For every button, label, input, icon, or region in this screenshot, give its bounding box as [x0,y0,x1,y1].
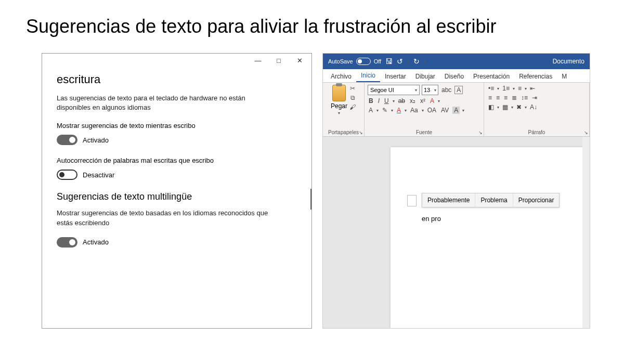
toggle-autocorrect[interactable] [57,170,77,180]
shading-paragraph-more-icon[interactable]: ▾ [497,105,499,110]
toggle-multilingual[interactable] [57,237,77,248]
suggestion-2[interactable]: Problema [475,193,513,207]
toggle-show-suggestions-label: Mostrar sugerencias de texto mientras es… [57,122,297,129]
paste-button[interactable]: Pegar ▾ [331,85,347,115]
word-titlebar: AutoSave Off 🖫 ↺ ▾ ↻ ▾ Documento [323,54,590,69]
sort-more-icon[interactable]: ▾ [525,105,527,110]
numbering-icon[interactable]: 1≡ [501,85,511,92]
vertical-scrollbar[interactable] [582,137,590,328]
font-dialog-launcher-icon[interactable]: ↘ [478,130,483,135]
undo-more-icon[interactable]: ▾ [407,59,409,64]
change-case-more-icon[interactable]: ▾ [422,108,424,113]
format-painter-icon[interactable]: 🖌 [349,103,356,111]
cut-icon[interactable]: ✂ [349,85,356,92]
multilevel-more-icon[interactable]: ▾ [525,86,527,91]
paste-label: Pegar [331,102,347,110]
close-button[interactable]: ✕ [292,57,307,64]
align-left-icon[interactable]: ≡ [487,94,493,101]
toggle-show-suggestions[interactable] [57,135,77,145]
highlight-more-icon[interactable]: ▾ [391,108,393,113]
font-size-select[interactable]: 13▾ [422,85,438,95]
settings-heading: escritura [57,73,297,86]
font-color-more-icon[interactable]: ▾ [405,108,407,113]
paste-more-icon[interactable]: ▾ [338,111,340,115]
numbering-more-icon[interactable]: ▾ [513,86,515,91]
line-spacing-icon[interactable]: ↕≡ [520,94,529,101]
tab-insertar[interactable]: Insertar [380,70,411,82]
tab-diseno[interactable]: Diseño [440,70,469,82]
undo-icon[interactable]: ↺ [397,57,403,66]
document-page[interactable]: Probablemente Problema Proporcionar en p… [391,147,590,328]
clipboard-icon [332,85,346,101]
copy-icon[interactable]: ⧉ [349,94,356,101]
shading-a-icon[interactable]: A [452,107,460,114]
clear-formatting-icon[interactable]: A [454,86,463,94]
autosave-switch-icon [356,58,371,65]
text-effects-icon[interactable]: A [429,97,435,105]
font-grow-more-icon[interactable]: ▾ [376,108,379,113]
bullets-icon[interactable]: •≡ [487,85,495,92]
save-icon[interactable]: 🖫 [385,57,393,66]
char-spacing-av[interactable]: AV [440,107,450,114]
paragraph-group-label: Párrafo [487,128,586,135]
underline-button[interactable]: U [383,97,390,105]
bullets-more-icon[interactable]: ▾ [497,86,499,91]
sort-icon[interactable]: ✖ [515,103,523,111]
toggle-multilingual-state: Activado [83,238,109,246]
decrease-indent-icon[interactable]: ⇤ [529,85,536,92]
superscript-button[interactable]: x² [419,97,426,105]
font-grow-icon[interactable]: A [368,107,374,114]
ribbon: Pegar ▾ ✂ ⧉ 🖌 Portapapeles ↘ [323,83,590,137]
show-marks-icon[interactable]: A↓ [529,103,538,111]
window-titlebar: — □ ✕ [42,54,311,68]
tab-inicio[interactable]: Inicio [356,69,380,82]
increase-indent-icon[interactable]: ⇥ [531,94,538,101]
font-family-select[interactable]: Segoe UI▾ [368,85,420,95]
align-center-icon[interactable]: ≡ [495,94,501,101]
highlight-icon[interactable]: ✎ [381,107,388,114]
italic-button[interactable]: I [377,97,381,105]
tab-more[interactable]: M [557,70,571,82]
qat-customize-icon[interactable]: ▾ [424,59,426,64]
tab-referencias[interactable]: Referencias [514,70,557,82]
multilevel-icon[interactable]: ≡ [517,85,523,92]
page-title: Sugerencias de texto para aliviar la fru… [0,0,624,43]
word-window: AutoSave Off 🖫 ↺ ▾ ↻ ▾ Documento Archivo… [322,53,590,329]
spellcheck-abc-icon[interactable]: abc [440,86,452,94]
document-area[interactable]: Probablemente Problema Proporcionar en p… [323,137,590,328]
settings-description-multilingual: Mostrar sugerencias de texto basadas en … [57,209,280,227]
underline-more-icon[interactable]: ▾ [393,99,395,103]
minimize-button[interactable]: — [250,57,266,64]
clipboard-group-label: Portapapeles [328,128,359,135]
chevron-down-icon: ▾ [415,88,417,93]
cursor-anchor-icon [407,195,417,206]
text-effects-more-icon[interactable]: ▾ [438,99,440,103]
shading-icon[interactable]: ◧ [487,103,495,111]
redo-icon[interactable]: ↻ [413,57,420,66]
toggle-autocorrect-state: Desactivar [83,171,114,179]
borders-more-icon[interactable]: ▾ [511,105,513,110]
paragraph-dialog-launcher-icon[interactable]: ↘ [584,130,588,135]
scrollbar-thumb[interactable] [310,189,311,210]
strikethrough-button[interactable]: ab [397,97,406,105]
autosave-label: AutoSave [328,58,353,64]
tab-archivo[interactable]: Archivo [326,70,356,82]
change-case-icon[interactable]: Aa [409,107,419,114]
settings-window: — □ ✕ escritura Las sugerencias de texto… [42,53,312,329]
font-color-icon[interactable]: A [396,107,402,114]
bold-button[interactable]: B [368,97,374,105]
tab-presentacion[interactable]: Presentación [469,70,514,82]
shading-more-icon[interactable]: ▾ [462,108,464,113]
maximize-button[interactable]: □ [271,57,287,64]
autosave-toggle[interactable]: AutoSave Off [328,58,381,65]
suggestion-3[interactable]: Proporcionar [513,193,560,207]
borders-icon[interactable]: ▦ [501,103,509,111]
justify-icon[interactable]: ≣ [511,94,518,101]
tab-dibujar[interactable]: Dibujar [411,70,440,82]
clipboard-dialog-launcher-icon[interactable]: ↘ [359,130,363,135]
align-right-icon[interactable]: ≡ [503,94,509,101]
char-spacing-oa[interactable]: OA [426,107,437,114]
settings-heading-multilingual: Sugerencias de texto multilingüe [57,191,297,202]
subscript-button[interactable]: x₂ [409,97,417,105]
suggestion-1[interactable]: Probablemente [422,193,475,207]
